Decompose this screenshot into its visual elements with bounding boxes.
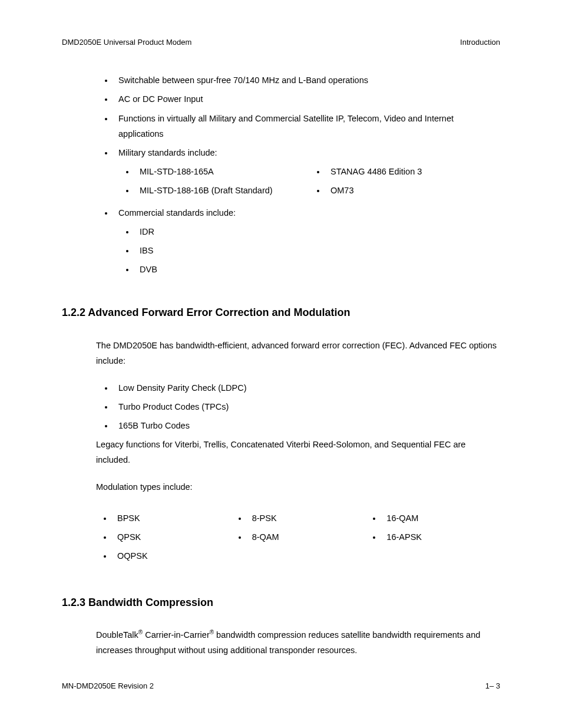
list-item: MIL-STD-188-165A: [135, 164, 309, 179]
list-item: 16-QAM: [382, 510, 500, 526]
commercial-standards-list: IDR IBS DVB: [118, 224, 500, 277]
list-item: Turbo Product Codes (TPCs): [114, 399, 500, 414]
fec-list: Low Density Parity Check (LDPC) Turbo Pr…: [96, 380, 500, 433]
list-item: OQPSK: [113, 548, 231, 564]
list-item: DVB: [135, 262, 500, 277]
list-item: 8-PSK: [247, 510, 366, 526]
modulation-columns: BPSK QPSK OQPSK 8-PSK 8-QAM 16-QAM 16-AP…: [96, 507, 500, 567]
section-122-content: The DMD2050E has bandwidth-efficient, ad…: [62, 338, 500, 567]
document-page: DMD2050E Universal Product Modem Introdu…: [0, 0, 562, 728]
list-item: QPSK: [113, 529, 231, 545]
page-footer: MN-DMD2050E Revision 2 1– 3: [62, 679, 500, 693]
header-right: Introduction: [460, 35, 500, 49]
list-item: Military standards include: MIL-STD-188-…: [114, 145, 500, 202]
body-content: Switchable between spur-free 70/140 MHz …: [62, 73, 500, 277]
list-item: STANAG 4486 Edition 3: [326, 164, 500, 179]
paragraph: DoubleTalk® Carrier-in-Carrier® bandwidt…: [96, 627, 500, 658]
list-item: 16-APSK: [382, 529, 500, 545]
list-item: IBS: [135, 243, 500, 258]
list-item: BPSK: [113, 510, 231, 526]
header-left: DMD2050E Universal Product Modem: [62, 35, 191, 49]
modulation-col-3: 16-QAM 16-APSK: [365, 510, 500, 567]
list-item: OM73: [326, 183, 500, 198]
list-item: Low Density Parity Check (LDPC): [114, 380, 500, 396]
list-item: Commercial standards include: IDR IBS DV…: [114, 205, 500, 277]
list-item: 8-QAM: [247, 529, 366, 545]
list-item: 165B Turbo Codes: [114, 418, 500, 433]
list-item: Switchable between spur-free 70/140 MHz …: [114, 73, 500, 88]
list-item-label: Commercial standards include:: [118, 208, 236, 218]
text-run: Carrier-in-Carrier: [143, 630, 210, 640]
text-run: DoubleTalk: [96, 630, 138, 640]
page-header: DMD2050E Universal Product Modem Introdu…: [62, 35, 500, 49]
modulation-col-1: BPSK QPSK OQPSK: [96, 510, 231, 567]
list-item: MIL-STD-188-16B (Draft Standard): [135, 183, 309, 198]
section-heading-123: 1.2.3 Bandwidth Compression: [62, 593, 500, 612]
paragraph: The DMD2050E has bandwidth-efficient, ad…: [96, 338, 500, 368]
section-123-content: DoubleTalk® Carrier-in-Carrier® bandwidt…: [62, 627, 500, 658]
paragraph: Legacy functions for Viterbi, Trellis, C…: [96, 437, 500, 467]
section-heading-122: 1.2.2 Advanced Forward Error Correction …: [62, 303, 500, 322]
list-item: AC or DC Power Input: [114, 91, 500, 107]
military-standards-left: MIL-STD-188-165A MIL-STD-188-16B (Draft …: [118, 164, 309, 202]
list-item: Functions in virtually all Military and …: [114, 111, 500, 141]
paragraph: Modulation types include:: [96, 479, 500, 495]
footer-right: 1– 3: [485, 679, 500, 693]
military-standards-right: STANAG 4486 Edition 3 OM73: [309, 164, 500, 202]
top-feature-list: Switchable between spur-free 70/140 MHz …: [96, 73, 500, 277]
military-standards-columns: MIL-STD-188-165A MIL-STD-188-16B (Draft …: [118, 160, 500, 202]
footer-left: MN-DMD2050E Revision 2: [62, 679, 154, 693]
modulation-col-2: 8-PSK 8-QAM: [231, 510, 366, 567]
list-item-label: Military standards include:: [118, 148, 217, 157]
list-item: IDR: [135, 224, 500, 239]
registered-mark: ®: [210, 629, 214, 635]
